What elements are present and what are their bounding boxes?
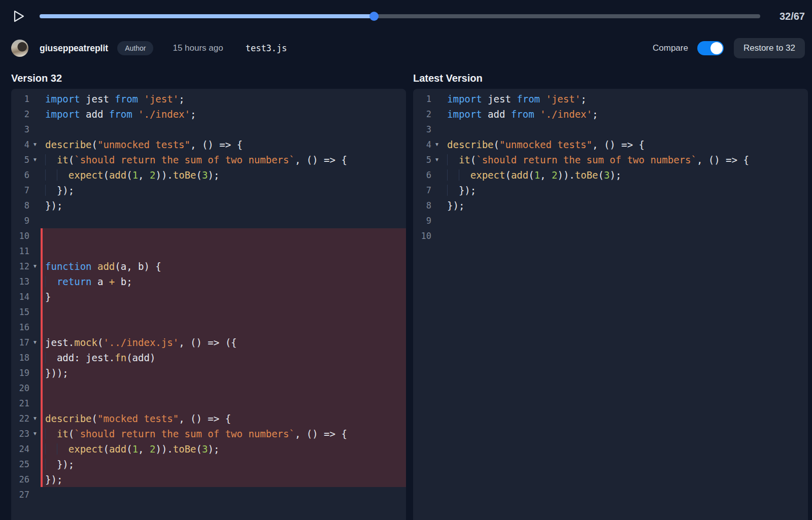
code-text: expect(add(1, 2)).toBe(3); xyxy=(41,441,406,457)
playback-bar: 32/67 xyxy=(0,0,812,32)
code-line-1: 1import jest from 'jest'; xyxy=(11,91,406,107)
fold-spacer xyxy=(29,228,41,244)
username: giuseppeatreplit xyxy=(40,43,108,54)
fold-spacer xyxy=(431,198,443,213)
line-number: 19 xyxy=(11,365,29,380)
code-line-5: 5▼ it(`should return the sum of two numb… xyxy=(413,152,808,167)
code-text: }); xyxy=(41,457,406,472)
filename: test3.js xyxy=(246,43,287,53)
code-text: import jest from 'jest'; xyxy=(443,91,808,107)
line-number: 15 xyxy=(11,304,29,320)
line-number: 26 xyxy=(11,472,29,487)
line-number: 6 xyxy=(413,167,431,183)
fold-spacer xyxy=(29,213,41,228)
code-text xyxy=(41,380,406,396)
meta-bar: giuseppeatreplit Author 15 hours ago tes… xyxy=(0,32,812,64)
line-number: 12 xyxy=(11,259,29,274)
code-text: jest.mock('../index.js', () => ({ xyxy=(41,335,406,350)
code-line-9: 9 xyxy=(413,213,808,228)
code-text: describe("unmocked tests", () => { xyxy=(443,137,808,152)
slider-fill xyxy=(40,14,374,18)
fold-arrow-icon[interactable]: ▼ xyxy=(431,137,443,152)
line-number: 17 xyxy=(11,335,29,350)
fold-spacer xyxy=(29,396,41,411)
compare-label: Compare xyxy=(653,43,688,53)
code-text: it(`should return the sum of two numbers… xyxy=(443,152,808,167)
fold-spacer xyxy=(29,91,41,107)
code-text: }); xyxy=(41,198,406,213)
line-number: 9 xyxy=(413,213,431,228)
line-number: 10 xyxy=(11,228,29,244)
version-32-panel: 1import jest from 'jest';2import add fro… xyxy=(11,89,406,520)
line-number: 21 xyxy=(11,396,29,411)
code-line-1: 1import jest from 'jest'; xyxy=(413,91,808,107)
line-number: 25 xyxy=(11,457,29,472)
fold-spacer xyxy=(29,274,41,289)
line-number: 4 xyxy=(11,137,29,152)
fold-spacer xyxy=(29,441,41,457)
fold-arrow-icon[interactable]: ▼ xyxy=(29,152,41,167)
code-text xyxy=(41,213,406,228)
code-text xyxy=(443,228,808,244)
line-number: 3 xyxy=(413,122,431,137)
code-text: } xyxy=(41,289,406,304)
code-line-23: 23▼ it(`should return the sum of two num… xyxy=(11,426,406,441)
code-text: }); xyxy=(443,183,808,198)
code-line-3: 3 xyxy=(413,122,808,137)
code-line-4: 4▼describe("unmocked tests", () => { xyxy=(413,137,808,152)
fold-spacer xyxy=(29,122,41,137)
code-text xyxy=(443,122,808,137)
code-line-21: 21 xyxy=(11,396,406,411)
latest-version-panel: 1import jest from 'jest';2import add fro… xyxy=(413,89,808,520)
line-number: 1 xyxy=(11,91,29,107)
line-number: 24 xyxy=(11,441,29,457)
line-number: 14 xyxy=(11,289,29,304)
code-line-19: 19})); xyxy=(11,365,406,380)
line-number: 7 xyxy=(11,183,29,198)
code-line-2: 2import add from './index'; xyxy=(11,107,406,122)
fold-arrow-icon[interactable]: ▼ xyxy=(29,137,41,152)
fold-arrow-icon[interactable]: ▼ xyxy=(431,152,443,167)
fold-spacer xyxy=(29,472,41,487)
version-position-label: 32/67 xyxy=(775,11,805,22)
left-panel-title: Version 32 xyxy=(11,73,406,89)
fold-spacer xyxy=(29,304,41,320)
line-number: 1 xyxy=(413,91,431,107)
fold-spacer xyxy=(431,122,443,137)
line-number: 7 xyxy=(413,183,431,198)
code-line-5: 5▼ it(`should return the sum of two numb… xyxy=(11,152,406,167)
fold-arrow-icon[interactable]: ▼ xyxy=(29,335,41,350)
code-line-9: 9 xyxy=(11,213,406,228)
fold-arrow-icon[interactable]: ▼ xyxy=(29,426,41,441)
restore-button[interactable]: Restore to 32 xyxy=(734,38,805,58)
fold-spacer xyxy=(29,350,41,365)
fold-spacer xyxy=(29,198,41,213)
fold-arrow-icon[interactable]: ▼ xyxy=(29,411,41,426)
code-text: add: jest.fn(add) xyxy=(41,350,406,365)
avatar[interactable] xyxy=(11,40,28,57)
line-number: 5 xyxy=(11,152,29,167)
code-line-8: 8}); xyxy=(413,198,808,213)
author-badge: Author xyxy=(117,41,153,55)
code-line-10: 10 xyxy=(11,228,406,244)
fold-spacer xyxy=(29,167,41,183)
code-line-11: 11 xyxy=(11,244,406,259)
version-slider[interactable] xyxy=(40,11,760,21)
code-line-25: 25 }); xyxy=(11,457,406,472)
code-line-4: 4▼describe("unmocked tests", () => { xyxy=(11,137,406,152)
code-line-20: 20 xyxy=(11,380,406,396)
code-line-13: 13 return a + b; xyxy=(11,274,406,289)
fold-arrow-icon[interactable]: ▼ xyxy=(29,259,41,274)
code-line-3: 3 xyxy=(11,122,406,137)
code-text: }); xyxy=(443,198,808,213)
compare-toggle[interactable] xyxy=(697,41,724,55)
code-text xyxy=(41,304,406,320)
code-text: import add from './index'; xyxy=(443,107,808,122)
slider-thumb[interactable] xyxy=(369,12,379,21)
play-button[interactable] xyxy=(11,9,26,24)
fold-spacer xyxy=(29,244,41,259)
line-number: 5 xyxy=(413,152,431,167)
latest-version-code: 1import jest from 'jest';2import add fro… xyxy=(413,91,808,244)
fold-spacer xyxy=(431,91,443,107)
code-line-22: 22▼describe("mocked tests", () => { xyxy=(11,411,406,426)
